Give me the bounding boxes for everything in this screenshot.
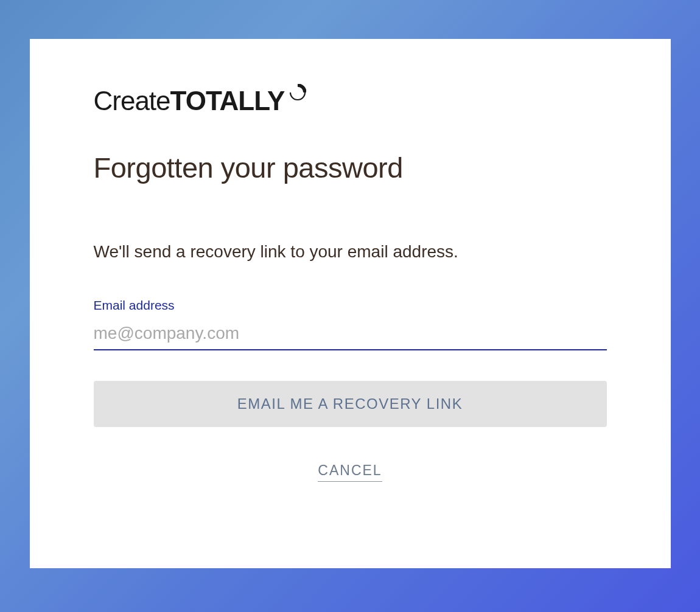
cancel-row: CANCEL bbox=[94, 462, 607, 482]
page-title: Forgotten your password bbox=[94, 151, 607, 184]
logo: CreateTOTALLY bbox=[94, 88, 607, 114]
email-field[interactable] bbox=[94, 320, 607, 350]
cancel-button[interactable]: CANCEL bbox=[318, 462, 382, 482]
description-text: We'll send a recovery link to your email… bbox=[94, 242, 607, 262]
forgot-password-card: CreateTOTALLY Forgotten your password We… bbox=[30, 39, 671, 568]
email-recovery-button[interactable]: EMAIL ME A RECOVERY LINK bbox=[94, 381, 607, 427]
email-label: Email address bbox=[94, 298, 607, 313]
logo-text-bold: TOTALLY bbox=[170, 86, 285, 116]
logo-text: CreateTOTALLY bbox=[94, 88, 285, 114]
logo-text-thin: Create bbox=[94, 86, 170, 116]
circle-icon bbox=[289, 84, 306, 101]
